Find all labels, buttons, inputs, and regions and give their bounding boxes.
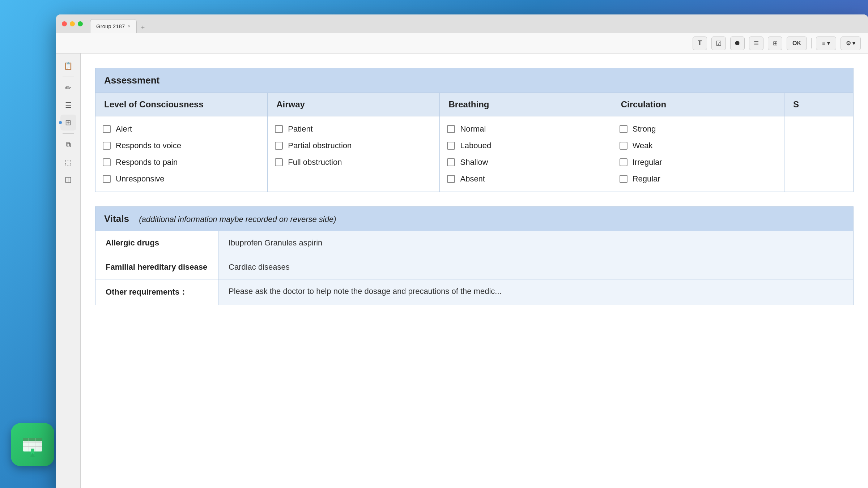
checkbox-unresponsive[interactable]: [103, 175, 111, 183]
vitals-section: Vitals (additional information maybe rec…: [95, 206, 854, 305]
vitals-note: (additional information maybe recorded o…: [139, 215, 336, 224]
tab-bar: Group 2187 × +: [90, 14, 148, 33]
vitals-row-other: Other requirements： Please ask the docto…: [95, 279, 853, 305]
record-tool-button[interactable]: ⏺: [730, 37, 745, 50]
sidebar-item-list[interactable]: ☰: [60, 97, 76, 113]
assessment-section: Assessment Level of Consciousness Alert: [95, 68, 854, 192]
list-item: Full obstruction: [275, 154, 432, 171]
checkbox-alert[interactable]: [103, 125, 111, 133]
checkbox-laboued[interactable]: [447, 142, 455, 150]
new-tab-button[interactable]: +: [138, 22, 148, 33]
vitals-value-familial: Cardiac diseases: [218, 255, 853, 279]
svg-rect-1: [23, 438, 42, 441]
record-icon: ⏺: [734, 39, 741, 47]
checkbox-full-obstruction[interactable]: [275, 158, 283, 166]
label-absent: Absent: [460, 174, 485, 184]
list-item: Shallow: [447, 154, 604, 171]
col-title-circulation: Circulation: [612, 93, 784, 116]
sidebar-divider-2: [63, 133, 74, 134]
vitals-row-allergic: Allergic drugs Ibuprofen Granules aspiri…: [95, 231, 853, 255]
close-button[interactable]: [62, 21, 67, 26]
label-responds-voice: Responds to voice: [116, 141, 181, 150]
col-body-loc: Alert Responds to voice Responds to pain: [95, 116, 267, 192]
label-partial-obstruction: Partial obstruction: [288, 141, 352, 150]
frames-icon: ⬚: [65, 158, 72, 166]
list-item: Regular: [620, 171, 777, 187]
settings-icon: ⚙ ▾: [846, 40, 855, 47]
label-alert: Alert: [116, 124, 132, 134]
sidebar-divider-1: [63, 77, 74, 77]
tab-close-button[interactable]: ×: [128, 23, 131, 29]
checkbox-icon: ☑: [716, 39, 722, 47]
traffic-lights: [62, 21, 83, 26]
settings-tool-button[interactable]: ⚙ ▾: [841, 37, 861, 50]
col-level-of-consciousness: Level of Consciousness Alert Responds to…: [95, 93, 268, 192]
label-normal: Normal: [460, 124, 486, 134]
checkbox-irregular[interactable]: [620, 158, 627, 166]
pen-icon: ✏: [65, 84, 71, 92]
checkbox-partial-obstruction[interactable]: [275, 142, 283, 150]
sidebar-item-layers[interactable]: ◫: [60, 171, 76, 187]
active-tab[interactable]: Group 2187 ×: [90, 19, 137, 33]
ok-tool-button[interactable]: OK: [787, 37, 807, 50]
main-layout: 📋 ✏ ☰ ⊞ ⧉ ⬚ ◫: [56, 53, 868, 488]
list-item: Weak: [620, 137, 777, 154]
checkbox-patient[interactable]: [275, 125, 283, 133]
vitals-label-familial: Familial hereditary disease: [95, 255, 218, 279]
vitals-header: Vitals (additional information maybe rec…: [95, 207, 853, 231]
list-tool-button[interactable]: ☰: [749, 37, 763, 50]
vitals-value-other: Please ask the doctor to help note the d…: [218, 279, 853, 305]
svg-marker-7: [30, 453, 35, 457]
columns-tool-button[interactable]: ⊞: [768, 37, 782, 50]
sidebar-item-table[interactable]: ⊞: [60, 115, 76, 130]
checkbox-strong[interactable]: [620, 125, 627, 133]
col-title-airway: Airway: [268, 93, 439, 116]
checkbox-absent[interactable]: [447, 175, 455, 183]
columns-icon: ⊞: [773, 40, 778, 47]
list-icon: ☰: [754, 40, 759, 47]
col-body-breathing: Normal Laboued Shallow: [440, 116, 612, 192]
label-full-obstruction: Full obstruction: [288, 158, 342, 167]
maximize-button[interactable]: [78, 21, 83, 26]
align-tool-button[interactable]: ≡ ▾: [816, 37, 836, 50]
col-title-breathing: Breathing: [440, 93, 612, 116]
checkbox-shallow[interactable]: [447, 158, 455, 166]
sidebar-item-book[interactable]: 📋: [60, 58, 76, 74]
assessment-header: Assessment: [95, 68, 853, 93]
label-weak: Weak: [633, 141, 653, 150]
text-tool-button[interactable]: T: [693, 37, 707, 50]
sidebar-item-pen[interactable]: ✏: [60, 80, 76, 96]
list-item: Strong: [620, 121, 777, 137]
label-laboued: Laboued: [460, 141, 491, 150]
app-icon: [11, 423, 54, 466]
list-item: Patient: [275, 121, 432, 137]
minimize-button[interactable]: [70, 21, 75, 26]
list-item: Unresponsive: [103, 171, 260, 187]
checkbox-regular[interactable]: [620, 175, 627, 183]
copy-icon: ⧉: [66, 141, 71, 149]
label-irregular: Irregular: [633, 158, 662, 167]
checkbox-weak[interactable]: [620, 142, 627, 150]
list-item: Responds to voice: [103, 137, 260, 154]
book-icon: 📋: [64, 61, 73, 70]
checkbox-tool-button[interactable]: ☑: [711, 37, 726, 50]
col-body-airway: Patient Partial obstruction Full obstruc…: [268, 116, 439, 175]
ok-icon: OK: [792, 40, 801, 47]
vitals-value-allergic: Ibuprofen Granules aspirin: [218, 231, 853, 255]
sidebar-item-frames[interactable]: ⬚: [60, 154, 76, 170]
list-item: Alert: [103, 121, 260, 137]
checkbox-normal[interactable]: [447, 125, 455, 133]
sidebar-item-copy[interactable]: ⧉: [60, 137, 76, 153]
vitals-label-allergic: Allergic drugs: [95, 231, 218, 255]
app-icon-graphic: [20, 432, 45, 457]
svg-rect-6: [31, 449, 34, 454]
layers-icon: ◫: [65, 175, 72, 184]
label-unresponsive: Unresponsive: [116, 174, 165, 184]
toolbar-separator-1: [811, 38, 812, 48]
checkbox-responds-pain[interactable]: [103, 158, 111, 166]
col-body-s: [784, 116, 853, 125]
vitals-row-familial: Familial hereditary disease Cardiac dise…: [95, 255, 853, 279]
tab-title: Group 2187: [96, 23, 125, 29]
vitals-body: Allergic drugs Ibuprofen Granules aspiri…: [95, 231, 853, 305]
checkbox-responds-voice[interactable]: [103, 142, 111, 150]
